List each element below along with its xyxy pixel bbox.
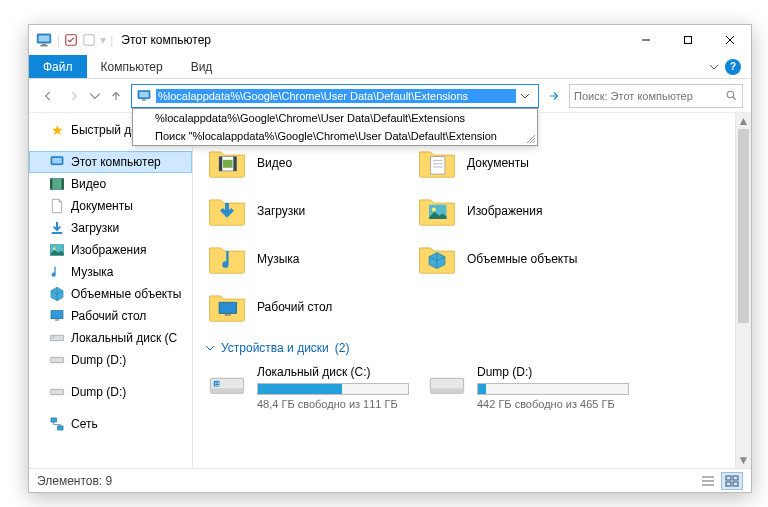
vertical-scrollbar[interactable]: ▲ ▼ xyxy=(735,113,751,468)
sidebar-item-desktop[interactable]: Рабочий стол xyxy=(29,305,192,327)
cube-icon xyxy=(49,286,65,302)
svg-rect-42 xyxy=(225,314,231,316)
qat-separator: | xyxy=(57,33,60,47)
nav-toolbar: %localappdata%\Google\Chrome\User Data\D… xyxy=(29,79,751,113)
scroll-up-icon[interactable]: ▲ xyxy=(736,113,751,129)
drive-icon xyxy=(49,352,65,368)
svg-rect-20 xyxy=(52,232,63,234)
svg-rect-29 xyxy=(51,418,56,422)
tab-view[interactable]: Вид xyxy=(177,55,227,78)
search-box[interactable] xyxy=(569,84,743,108)
recent-dropdown[interactable] xyxy=(89,85,101,107)
folder-images[interactable]: Изображения xyxy=(413,187,623,235)
video-icon xyxy=(49,176,65,192)
go-button[interactable] xyxy=(543,85,565,107)
folder-3d-objects[interactable]: Объемные объекты xyxy=(413,235,623,283)
help-icon[interactable]: ? xyxy=(725,59,741,75)
back-button[interactable] xyxy=(37,85,59,107)
maximize-button[interactable] xyxy=(667,26,709,54)
desktop-icon xyxy=(49,308,65,324)
sidebar-item-music[interactable]: Музыка xyxy=(29,261,192,283)
this-pc-icon xyxy=(136,88,152,104)
svg-rect-23 xyxy=(51,311,63,319)
tab-computer[interactable]: Компьютер xyxy=(87,55,177,78)
folder-music[interactable]: Музыка xyxy=(203,235,413,283)
drive-usage-bar xyxy=(257,383,409,395)
svg-rect-26 xyxy=(52,337,55,338)
section-devices-and-drives[interactable]: Устройства и диски (2) xyxy=(203,331,747,361)
drive-usage-bar xyxy=(477,383,629,395)
sidebar-item-video[interactable]: Видео xyxy=(29,173,192,195)
svg-rect-28 xyxy=(50,389,63,394)
folder-video[interactable]: Видео xyxy=(203,139,413,187)
svg-rect-27 xyxy=(50,357,63,362)
sidebar-item-images[interactable]: Изображения xyxy=(29,239,192,261)
svg-rect-3 xyxy=(40,45,48,46)
ribbon-expand-icon[interactable] xyxy=(709,62,719,72)
folder-icon xyxy=(208,242,246,276)
address-chevron-icon[interactable] xyxy=(516,91,534,101)
sidebar-item-network[interactable]: Сеть xyxy=(29,413,192,435)
status-bar: Элементов: 9 xyxy=(29,468,751,492)
drive-dump-d[interactable]: Dump (D:) 442 ГБ свободно из 465 ГБ xyxy=(423,361,633,414)
tab-file[interactable]: Файл xyxy=(29,55,87,78)
up-button[interactable] xyxy=(105,85,127,107)
svg-rect-2 xyxy=(42,44,47,46)
sidebar-item-dump-d-1[interactable]: Dump (D:) xyxy=(29,349,192,371)
scroll-down-icon[interactable]: ▼ xyxy=(736,452,751,468)
svg-rect-35 xyxy=(431,157,445,174)
view-details-button[interactable] xyxy=(697,472,719,490)
svg-rect-41 xyxy=(219,302,236,313)
drive-icon xyxy=(207,365,247,405)
titlebar: | ▾ | Этот компьютер xyxy=(29,25,751,55)
svg-rect-57 xyxy=(726,482,731,486)
svg-rect-58 xyxy=(733,482,738,486)
sidebar-item-3d-objects[interactable]: Объемные объекты xyxy=(29,283,192,305)
minimize-button[interactable] xyxy=(625,26,667,54)
explorer-window: | ▾ | Этот компьютер Файл Компьютер Вид … xyxy=(28,24,752,493)
qat-dropdown-icon[interactable] xyxy=(82,33,96,47)
svg-rect-7 xyxy=(685,37,692,44)
resize-grip-icon[interactable] xyxy=(527,135,535,143)
search-input[interactable] xyxy=(574,90,721,102)
svg-rect-34 xyxy=(223,160,233,168)
close-button[interactable] xyxy=(709,26,751,54)
sidebar-item-local-disk-c[interactable]: Локальный диск (C xyxy=(29,327,192,349)
forward-button[interactable] xyxy=(63,85,85,107)
folder-icon xyxy=(208,290,246,324)
sidebar-item-this-pc[interactable]: Этот компьютер xyxy=(29,151,192,173)
drive-icon xyxy=(49,330,65,346)
folder-icon xyxy=(418,242,456,276)
network-icon xyxy=(49,416,65,432)
svg-rect-24 xyxy=(55,319,59,320)
svg-rect-30 xyxy=(58,426,63,430)
svg-point-13 xyxy=(727,91,734,98)
sidebar-item-downloads[interactable]: Загрузки xyxy=(29,217,192,239)
svg-rect-55 xyxy=(726,476,731,480)
status-item-count: Элементов: 9 xyxy=(37,474,112,488)
address-bar[interactable]: %localappdata%\Google\Chrome\User Data\D… xyxy=(131,84,539,108)
svg-rect-11 xyxy=(139,92,148,97)
folder-documents[interactable]: Документы xyxy=(413,139,623,187)
folder-desktop[interactable]: Рабочий стол xyxy=(203,283,413,331)
drive-local-c[interactable]: Локальный диск (C:) 48,4 ГБ свободно из … xyxy=(203,361,413,414)
sidebar-item-documents[interactable]: Документы xyxy=(29,195,192,217)
star-icon: ★ xyxy=(49,122,65,138)
qat-checkbox-icon[interactable] xyxy=(64,33,78,47)
svg-point-40 xyxy=(432,207,436,211)
music-icon xyxy=(49,264,65,280)
address-suggestion[interactable]: %localappdata%\Google\Chrome\User Data\D… xyxy=(133,109,537,127)
svg-rect-5 xyxy=(84,35,95,46)
view-large-icons-button[interactable] xyxy=(721,472,743,490)
sidebar-item-dump-d-2[interactable]: Dump (D:) xyxy=(29,381,192,403)
svg-rect-51 xyxy=(430,388,463,393)
this-pc-icon xyxy=(49,154,65,170)
folder-downloads[interactable]: Загрузки xyxy=(203,187,413,235)
address-input[interactable]: %localappdata%\Google\Chrome\User Data\D… xyxy=(156,89,516,103)
svg-rect-33 xyxy=(233,157,236,171)
navigation-pane: ★ Быстрый доступ Этот компьютер Видео До… xyxy=(29,113,193,468)
this-pc-icon xyxy=(35,31,53,49)
image-icon xyxy=(49,242,65,258)
address-suggestion-search[interactable]: Поиск "%localappdata%\Google\Chrome\User… xyxy=(133,127,537,145)
scroll-thumb[interactable] xyxy=(738,129,749,323)
